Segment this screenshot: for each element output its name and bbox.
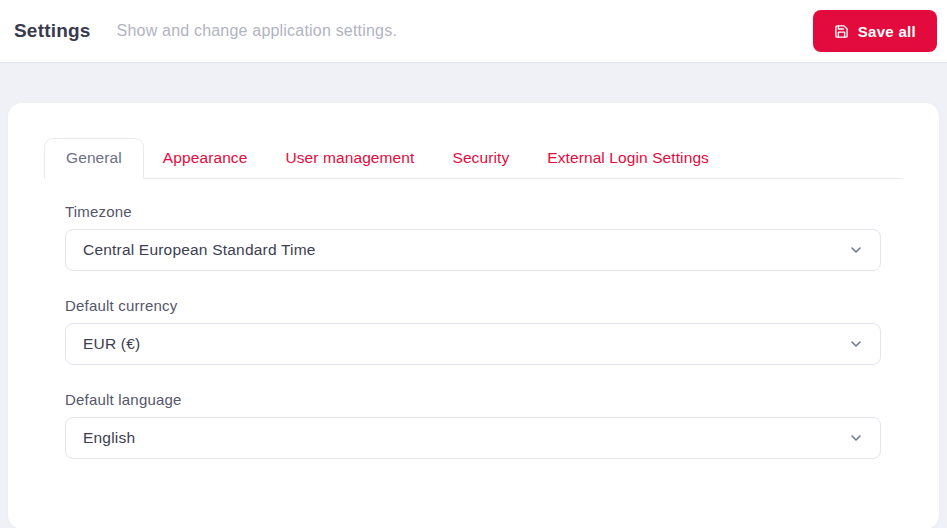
chevron-down-icon [848, 336, 864, 352]
timezone-select[interactable]: Central European Standard Time [65, 229, 881, 271]
chevron-down-icon [848, 242, 864, 258]
default-currency-field-group: Default currency EUR (€) [65, 297, 881, 365]
main-content: General Appearance User management Secur… [0, 103, 947, 528]
tab-security[interactable]: Security [433, 139, 528, 178]
default-language-field-group: Default language English [65, 391, 881, 459]
tab-external-login-settings[interactable]: External Login Settings [528, 139, 728, 178]
timezone-field-group: Timezone Central European Standard Time [65, 203, 881, 271]
timezone-label: Timezone [65, 203, 881, 220]
page-title: Settings [14, 20, 91, 42]
timezone-select-value: Central European Standard Time [83, 241, 316, 259]
default-currency-label: Default currency [65, 297, 881, 314]
default-language-select[interactable]: English [65, 417, 881, 459]
floppy-disk-icon [834, 24, 849, 39]
page-subtitle: Show and change application settings. [117, 22, 397, 40]
default-language-select-value: English [83, 429, 135, 447]
settings-tabs: General Appearance User management Secur… [44, 138, 903, 179]
settings-card: General Appearance User management Secur… [8, 103, 939, 528]
save-all-button[interactable]: Save all [813, 10, 937, 52]
chevron-down-icon [848, 430, 864, 446]
general-tab-panel: Timezone Central European Standard Time … [44, 179, 903, 459]
save-all-button-label: Save all [858, 23, 916, 40]
default-currency-select-value: EUR (€) [83, 335, 140, 353]
tab-appearance[interactable]: Appearance [144, 139, 267, 178]
tab-user-management[interactable]: User management [266, 139, 433, 178]
default-language-label: Default language [65, 391, 881, 408]
page-header: Settings Show and change application set… [0, 0, 947, 62]
tab-general[interactable]: General [44, 138, 144, 179]
default-currency-select[interactable]: EUR (€) [65, 323, 881, 365]
